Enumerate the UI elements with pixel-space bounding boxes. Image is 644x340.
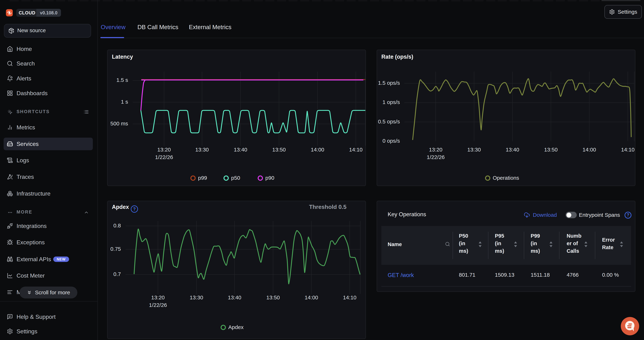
svg-text:1.5 s: 1.5 s xyxy=(116,77,128,83)
svg-text:14:10: 14:10 xyxy=(349,146,362,152)
svg-text:Latency: Latency xyxy=(112,54,133,60)
svg-text:p99: p99 xyxy=(198,175,207,181)
svg-text:1/22/26: 1/22/26 xyxy=(149,302,167,308)
svg-text:Rate (ops/s): Rate (ops/s) xyxy=(381,54,413,60)
svg-text:?: ? xyxy=(627,213,629,217)
svg-text:Threshold 0.5: Threshold 0.5 xyxy=(309,204,346,210)
svg-text:13:20: 13:20 xyxy=(157,146,171,152)
svg-text:13:20: 13:20 xyxy=(151,294,164,300)
svg-text:14:00: 14:00 xyxy=(311,146,324,152)
svg-text:14:10: 14:10 xyxy=(343,294,356,300)
svg-text:0.75: 0.75 xyxy=(110,246,121,252)
svg-text:13:40: 13:40 xyxy=(228,294,241,300)
svg-text:14:00: 14:00 xyxy=(582,146,596,152)
svg-text:500 ms: 500 ms xyxy=(110,120,128,126)
svg-text:13:50: 13:50 xyxy=(266,294,280,300)
svg-text:13:30: 13:30 xyxy=(190,294,203,300)
svg-text:Operations: Operations xyxy=(493,175,519,181)
svg-text:0 ops/s: 0 ops/s xyxy=(382,138,400,144)
svg-text:1/22/26: 1/22/26 xyxy=(427,154,445,160)
svg-text:p50: p50 xyxy=(231,175,240,181)
svg-text:0.7: 0.7 xyxy=(113,271,121,277)
svg-text:1 ops/s: 1 ops/s xyxy=(382,99,400,105)
svg-text:0.5 ops/s: 0.5 ops/s xyxy=(378,118,400,124)
svg-text:13:40: 13:40 xyxy=(234,146,247,152)
svg-text:p90: p90 xyxy=(265,175,274,181)
svg-text:1 s: 1 s xyxy=(121,99,128,105)
svg-text:13:50: 13:50 xyxy=(544,146,558,152)
svg-text:13:20: 13:20 xyxy=(429,146,442,152)
svg-text:14:00: 14:00 xyxy=(304,294,318,300)
svg-text:1.5 ops/s: 1.5 ops/s xyxy=(378,80,400,86)
svg-text:13:40: 13:40 xyxy=(506,146,519,152)
svg-text:0.8: 0.8 xyxy=(113,222,121,228)
svg-text:Apdex: Apdex xyxy=(112,204,129,210)
svg-text:13:30: 13:30 xyxy=(467,146,481,152)
svg-text:1/22/26: 1/22/26 xyxy=(155,154,173,160)
svg-text:?: ? xyxy=(133,206,136,212)
svg-text:13:30: 13:30 xyxy=(195,146,209,152)
svg-text:14:10: 14:10 xyxy=(621,146,634,152)
svg-text:Apdex: Apdex xyxy=(228,324,244,330)
svg-text:13:50: 13:50 xyxy=(272,146,286,152)
